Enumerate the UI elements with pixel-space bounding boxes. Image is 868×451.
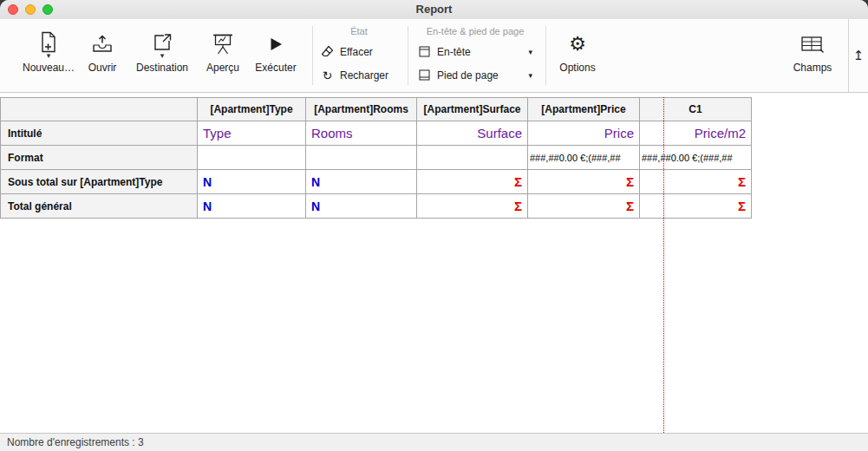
grid-corner-cell: [1, 98, 198, 121]
header-dropdown[interactable]: En-tête ▾: [414, 40, 536, 63]
projection-screen-icon: [212, 29, 234, 59]
record-count-text: Nombre d'enregistrements : 3: [7, 436, 144, 448]
destination-button[interactable]: ▾ Destination: [129, 29, 195, 74]
footer-dropdown[interactable]: Pied de page ▾: [414, 63, 536, 87]
toolbar-separator: [545, 26, 546, 85]
preview-button[interactable]: Aperçu: [200, 29, 245, 74]
reload-icon: ↻: [321, 69, 334, 82]
grid-cell[interactable]: Σ: [640, 194, 752, 219]
etat-group: État Effacer ↻ Recharger: [317, 26, 401, 87]
grid-row-format: Format ###,##0.00 €;(###,## ###,##0.00 €…: [1, 146, 752, 170]
grid-cell[interactable]: Σ: [417, 170, 528, 194]
open-button[interactable]: Ouvrir: [80, 29, 125, 74]
row-label-format[interactable]: Format: [1, 146, 198, 170]
play-icon: [269, 29, 284, 59]
column-header-c1[interactable]: C1: [640, 98, 752, 121]
grid-cell[interactable]: Σ: [528, 194, 640, 219]
grid-cell[interactable]: N: [306, 194, 417, 219]
reload-button[interactable]: ↻ Recharger: [317, 63, 401, 87]
footer-page-icon: [418, 69, 431, 81]
grid-cell[interactable]: Price: [528, 121, 640, 146]
chevron-down-icon: ▾: [47, 54, 51, 59]
header-footer-group: En-tête & pied de page En-tête ▾ Pied de…: [414, 26, 536, 87]
destination-label: Destination: [136, 62, 188, 74]
toolbar-separator: [408, 26, 408, 85]
column-header-surface[interactable]: [Apartment]Surface: [417, 98, 528, 121]
etat-group-label: État: [317, 26, 401, 37]
preview-label: Aperçu: [206, 62, 239, 74]
new-document-icon: [39, 29, 58, 54]
grid-cell-format[interactable]: ###,##0.00 €;(###,##: [528, 146, 640, 170]
gear-icon: ⚙: [569, 29, 586, 59]
grid-cell[interactable]: N: [198, 194, 306, 219]
grid-cell[interactable]: Σ: [528, 170, 640, 194]
eraser-icon: [321, 45, 334, 58]
footer-dropdown-label: Pied de page: [437, 69, 499, 82]
options-button[interactable]: ⚙ Options: [552, 29, 603, 74]
grid-cell[interactable]: [417, 146, 528, 170]
grid-cell[interactable]: Type: [198, 121, 306, 146]
new-report-button[interactable]: ▾ Nouveau…: [19, 29, 78, 74]
grid-cell[interactable]: Surface: [417, 121, 528, 146]
report-window: Report ▾ Nouveau… Ouvrir ▾ Destination: [0, 0, 868, 451]
destination-export-icon: [153, 29, 173, 54]
open-tray-icon: [91, 29, 114, 59]
grid-header-row: [Apartment]Type [Apartment]Rooms [Apartm…: [1, 98, 752, 121]
open-label: Ouvrir: [88, 62, 117, 74]
column-header-price[interactable]: [Apartment]Price: [528, 98, 640, 121]
grid-row-grand-total: Total général N N Σ Σ Σ: [1, 194, 752, 219]
report-design-area: [Apartment]Type [Apartment]Rooms [Apartm…: [0, 93, 868, 433]
row-label-grand-total[interactable]: Total général: [1, 194, 198, 219]
grid-cell[interactable]: Σ: [417, 194, 528, 219]
chevron-down-icon: ▾: [528, 71, 532, 80]
toolbar-separator: [312, 26, 313, 85]
report-grid: [Apartment]Type [Apartment]Rooms [Apartm…: [0, 97, 752, 219]
clear-button[interactable]: Effacer: [317, 40, 401, 63]
fields-button[interactable]: Champs: [786, 29, 839, 74]
clear-label: Effacer: [340, 46, 373, 58]
grid-cell[interactable]: Price/m2: [640, 121, 752, 146]
row-label-intitule[interactable]: Intitulé: [1, 121, 198, 146]
fields-label: Champs: [793, 62, 832, 74]
grid-cell[interactable]: [198, 146, 306, 170]
options-label: Options: [559, 62, 595, 74]
new-report-label: Nouveau…: [23, 62, 75, 74]
column-header-type[interactable]: [Apartment]Type: [198, 98, 306, 121]
grid-cell[interactable]: Σ: [640, 170, 752, 194]
collapse-up-icon[interactable]: ↥: [853, 48, 865, 63]
grid-cell[interactable]: [306, 146, 417, 170]
grid-row-subtotal: Sous total sur [Apartment]Type N N Σ Σ Σ: [1, 170, 752, 194]
status-bar: Nombre d'enregistrements : 3: [0, 433, 868, 451]
grid-cell[interactable]: N: [198, 170, 306, 194]
header-dropdown-label: En-tête: [437, 46, 471, 58]
header-page-icon: [418, 46, 431, 57]
toolbar-side-strip: ↥: [848, 19, 868, 92]
grid-row-title: Intitulé Type Rooms Surface Price Price/…: [1, 121, 752, 146]
header-footer-group-label: En-tête & pied de page: [414, 26, 536, 37]
execute-label: Exécuter: [255, 62, 296, 74]
chevron-down-icon: ▾: [528, 48, 532, 56]
window-title: Report: [0, 0, 868, 19]
grid-cell-format[interactable]: ###,##0.00 €;(###,##: [640, 146, 752, 170]
reload-label: Recharger: [340, 69, 388, 82]
column-header-rooms[interactable]: [Apartment]Rooms: [306, 98, 417, 121]
toolbar: ▾ Nouveau… Ouvrir ▾ Destination Aperçu: [0, 19, 868, 93]
title-bar: Report: [0, 0, 868, 20]
execute-button[interactable]: Exécuter: [249, 29, 303, 74]
chevron-down-icon: ▾: [160, 54, 165, 59]
fields-table-icon: [801, 29, 824, 59]
grid-cell[interactable]: Rooms: [306, 121, 417, 146]
row-label-subtotal[interactable]: Sous total sur [Apartment]Type: [1, 170, 198, 194]
grid-cell[interactable]: N: [306, 170, 417, 194]
